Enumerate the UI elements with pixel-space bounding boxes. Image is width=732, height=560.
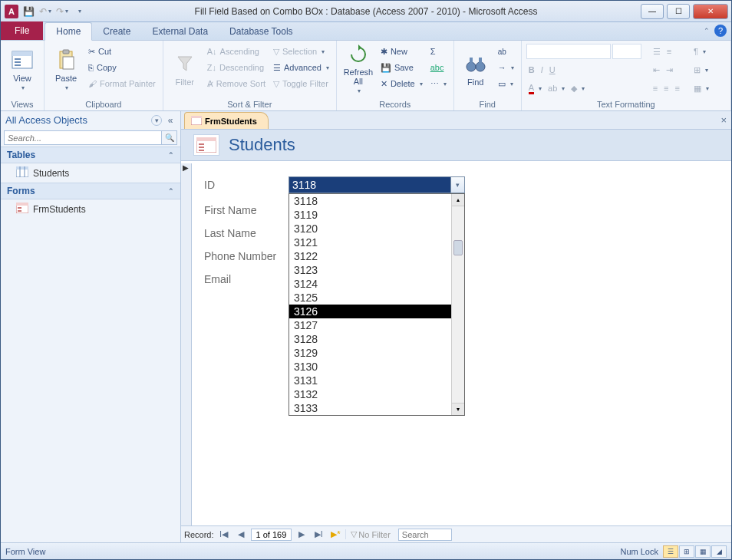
id-combobox-option[interactable]: 3130: [289, 360, 451, 374]
underline-button[interactable]: U: [547, 62, 558, 77]
recnav-filter-indicator[interactable]: ▽No Filter: [345, 529, 395, 539]
delete-record-button[interactable]: ✕Delete▾: [378, 76, 425, 91]
recnav-last-button[interactable]: ▶I: [312, 529, 325, 541]
goto-button[interactable]: →▾: [496, 60, 516, 75]
ribbon-tab-external-data[interactable]: External Data: [141, 23, 219, 40]
nav-menu-icon[interactable]: ▾: [151, 115, 162, 126]
increase-indent-button[interactable]: ⇥: [664, 62, 675, 77]
recnav-next-button[interactable]: ▶: [295, 529, 308, 541]
copy-button[interactable]: ⎘Copy: [86, 60, 158, 75]
new-record-button[interactable]: ✱New: [378, 44, 425, 59]
more-records-button[interactable]: ⋯▾: [428, 76, 449, 91]
design-view-shortcut[interactable]: ◢: [711, 545, 727, 558]
advanced-button[interactable]: ☰Advanced▾: [271, 60, 331, 75]
nav-item-students-table[interactable]: Students: [1, 163, 180, 183]
toggle-filter-button[interactable]: ▽Toggle Filter: [271, 76, 331, 91]
id-combobox-scrollbar[interactable]: ▴ ▾: [451, 194, 464, 415]
id-combobox-option[interactable]: 3121: [289, 236, 451, 249]
save-qat-button[interactable]: 💾: [21, 4, 36, 19]
nav-item-frmstudents-form[interactable]: FrmStudents: [1, 199, 180, 219]
bullets-button[interactable]: ☰: [651, 44, 663, 59]
minimize-button[interactable]: —: [641, 4, 664, 19]
replace-button[interactable]: ab: [496, 44, 516, 59]
numbering-button[interactable]: ≡: [664, 44, 674, 59]
align-left-button[interactable]: ≡: [651, 81, 660, 96]
maximize-button[interactable]: ☐: [667, 4, 690, 19]
scroll-down-button[interactable]: ▾: [452, 403, 464, 415]
id-combobox-option[interactable]: 3119: [289, 208, 451, 222]
fill-color-button[interactable]: ◆▾: [569, 81, 587, 96]
file-tab[interactable]: File: [1, 21, 43, 40]
recnav-new-button[interactable]: ▶*: [328, 529, 342, 541]
bold-button[interactable]: B: [526, 62, 537, 77]
help-button[interactable]: ?: [714, 25, 727, 37]
descending-button[interactable]: Z↓Descending: [205, 60, 268, 75]
record-selector-bar[interactable]: ▶: [181, 163, 192, 525]
ribbon-tab-home[interactable]: Home: [45, 22, 92, 41]
redo-qat-button[interactable]: ↷▾: [54, 4, 70, 19]
select-button[interactable]: ▭▾: [496, 76, 516, 91]
document-close-button[interactable]: ×: [720, 114, 727, 126]
id-combobox-option[interactable]: 3128: [289, 332, 451, 346]
id-combobox-option[interactable]: 3132: [289, 387, 451, 401]
id-combobox-option[interactable]: 3122: [289, 249, 451, 263]
highlight-button[interactable]: ab▾: [546, 81, 567, 96]
id-combobox-dropdown-button[interactable]: ▾: [450, 177, 464, 193]
decrease-indent-button[interactable]: ⇤: [651, 62, 662, 77]
recnav-first-button[interactable]: I◀: [217, 529, 231, 541]
datasheet-view-shortcut[interactable]: ⊞: [679, 545, 694, 558]
close-button[interactable]: ✕: [693, 4, 728, 19]
font-size-dropdown[interactable]: [612, 44, 641, 59]
id-combobox-option[interactable]: 3127: [289, 318, 451, 332]
cut-button[interactable]: ✂Cut: [86, 44, 158, 59]
id-combobox-option[interactable]: 3133: [289, 401, 451, 415]
spelling-button[interactable]: abc: [428, 60, 449, 75]
totals-button[interactable]: Σ: [428, 44, 449, 59]
id-combobox-option[interactable]: 3123: [289, 263, 451, 277]
ribbon-tab-create[interactable]: Create: [92, 23, 141, 40]
id-combobox-option[interactable]: 3124: [289, 277, 451, 291]
scroll-up-button[interactable]: ▴: [452, 194, 464, 206]
align-center-button[interactable]: ≡: [661, 81, 671, 96]
id-combobox-option[interactable]: 3131: [289, 374, 451, 387]
refresh-all-button[interactable]: Refresh All ▾: [341, 44, 375, 94]
scroll-thumb[interactable]: [453, 240, 463, 255]
ribbon-tab-database-tools[interactable]: Database Tools: [219, 23, 304, 40]
save-record-button[interactable]: 💾Save: [378, 60, 425, 75]
text-direction-button[interactable]: ¶▾: [691, 44, 711, 59]
paste-button[interactable]: Paste ▾: [49, 44, 83, 94]
id-combobox-option[interactable]: 3118: [289, 194, 451, 208]
remove-sort-button[interactable]: A̷Remove Sort: [205, 76, 268, 91]
align-right-button[interactable]: ≡: [673, 81, 682, 96]
gridlines-button[interactable]: ⊞▾: [691, 62, 711, 77]
recnav-position[interactable]: 1 of 169: [251, 529, 292, 541]
nav-search-input[interactable]: [4, 130, 162, 145]
ascending-button[interactable]: A↓Ascending: [205, 44, 268, 59]
form-view-shortcut[interactable]: ☰: [663, 545, 678, 558]
undo-qat-button[interactable]: ↶▾: [38, 4, 53, 19]
alternate-fill-button[interactable]: ▦▾: [691, 81, 711, 96]
id-combobox-option[interactable]: 3129: [289, 346, 451, 360]
italic-button[interactable]: I: [539, 62, 546, 77]
app-icon[interactable]: A: [4, 4, 19, 19]
qat-customize-button[interactable]: ▾: [71, 4, 87, 19]
font-color-button[interactable]: A▾: [526, 81, 544, 96]
id-combobox-option[interactable]: 3125: [289, 291, 451, 305]
nav-section-tables[interactable]: Tables ⌃: [1, 147, 180, 163]
nav-section-forms[interactable]: Forms ⌃: [1, 183, 180, 199]
view-button[interactable]: View ▾: [5, 44, 39, 94]
id-combobox-input[interactable]: [289, 177, 450, 193]
filter-button[interactable]: Filter: [168, 44, 202, 94]
document-tab-frmstudents[interactable]: FrmStudents: [184, 112, 269, 129]
find-button[interactable]: Find: [459, 44, 493, 94]
id-combobox-option[interactable]: 3120: [289, 222, 451, 236]
recnav-search-input[interactable]: [398, 529, 452, 541]
layout-view-shortcut[interactable]: ▦: [695, 545, 711, 558]
nav-header[interactable]: All Access Objects ▾ «: [1, 111, 180, 129]
nav-search-button[interactable]: 🔍: [162, 130, 177, 145]
nav-collapse-button[interactable]: «: [165, 115, 176, 126]
recnav-prev-button[interactable]: ◀: [234, 529, 248, 541]
font-family-dropdown[interactable]: [526, 44, 611, 59]
id-combobox-option[interactable]: 3126: [289, 305, 451, 318]
format-painter-button[interactable]: 🖌Format Painter: [86, 76, 158, 91]
